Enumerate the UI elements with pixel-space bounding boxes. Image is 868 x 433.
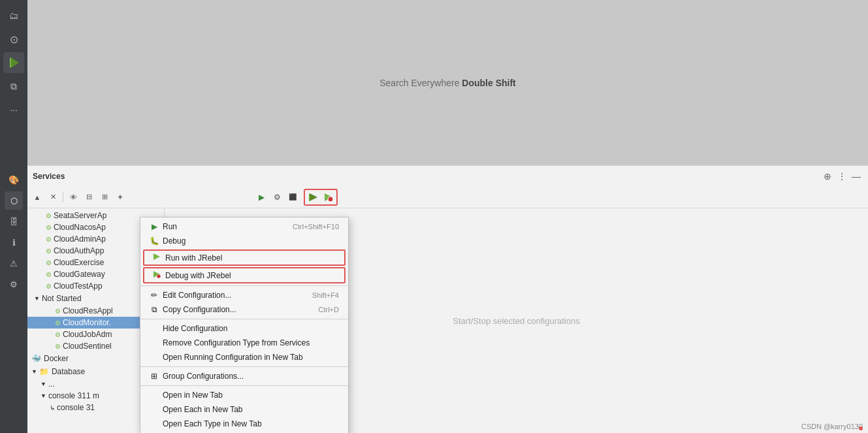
jrebel-buttons-group	[304, 189, 338, 206]
remove-config-type-cm-label: Remove Configuration Type from Services	[163, 338, 310, 347]
paint-icon[interactable]: 🎨	[5, 170, 23, 189]
bottom-bar: CSDN @karry0130	[737, 420, 868, 433]
copy-config-cm-icon: ⧉	[150, 305, 159, 314]
not-started-label: Not Started	[42, 294, 82, 303]
database-label: Database	[52, 367, 85, 376]
warning-indicator	[859, 426, 863, 430]
copy-config-cm-label: Copy Configuration...	[163, 305, 236, 314]
cm-copy-config[interactable]: ⧉ Copy Configuration... Ctrl+D	[140, 302, 348, 317]
main-editor-area: Search Everywhere Double Shift	[27, 0, 868, 165]
edit-config-cm-icon: ✏	[150, 291, 159, 300]
debug-cm-label: Debug	[163, 236, 185, 246]
run-cm-icon: ▶	[150, 222, 159, 231]
open-new-tab-cm-label: Open in New Tab	[163, 391, 223, 400]
structure-icon[interactable]: ⧉	[3, 76, 24, 97]
run-jrebel-cm-icon	[152, 253, 161, 263]
group-configs-cm-label: Group Configurations...	[163, 372, 244, 381]
cm-run-jrebel[interactable]: Run with JRebel	[143, 249, 346, 266]
cm-open-new-tab[interactable]: Open in New Tab	[140, 388, 348, 402]
search-shortcut: Double Shift	[462, 78, 515, 88]
alert-side-icon[interactable]: ⚠	[5, 254, 23, 272]
open-each-new-tab-cm-label: Open Each in New Tab	[163, 405, 243, 414]
folder-icon[interactable]: 🗂	[3, 5, 24, 26]
filter-btn[interactable]: ⊟	[82, 190, 96, 204]
run-cm-label: Run	[163, 222, 177, 231]
cm-debug-jrebel[interactable]: Debug with JRebel	[143, 267, 346, 283]
debug-cm-icon: 🐛	[150, 236, 159, 246]
edit-config-cm-label: Edit Configuration...	[163, 291, 231, 300]
cm-run[interactable]: ▶ Run Ctrl+Shift+F10	[140, 219, 348, 234]
hide-config-cm-label: Hide Configuration	[163, 324, 227, 333]
settings-btn[interactable]: ⚙	[270, 190, 284, 204]
cm-edit-config[interactable]: ✏ Edit Configuration... Shift+F4	[140, 288, 348, 302]
run-jrebel-cm-label: Run with JRebel	[165, 253, 222, 263]
open-running-cm-label: Open Running Configuration in New Tab	[163, 353, 303, 362]
cm-open-each-type-new-tab[interactable]: Open Each Type in New Tab	[140, 417, 348, 431]
svg-marker-3	[310, 193, 317, 201]
cm-open-each-new-tab[interactable]: Open Each in New Tab	[140, 402, 348, 417]
services-title: Services	[33, 172, 65, 181]
svg-point-5	[328, 197, 333, 202]
add-services-icon[interactable]: ⊕	[821, 170, 834, 183]
database-side-icon[interactable]: 🗄	[5, 212, 23, 231]
collapse-all-btn[interactable]: ▲	[30, 190, 44, 204]
svg-marker-1	[11, 57, 19, 68]
debug-jrebel-cm-label: Debug with JRebel	[165, 271, 231, 280]
info-side-icon[interactable]: ℹ	[5, 233, 23, 251]
cm-remove-config-type[interactable]: Remove Configuration Type from Services	[140, 336, 348, 350]
search-hint-text: Search Everywhere Double Shift	[379, 78, 516, 88]
run-cm-shortcut: Ctrl+Shift+F10	[293, 223, 339, 231]
edit-config-shortcut: Shift+F4	[312, 291, 339, 299]
jrebel-debug-btn[interactable]	[321, 190, 336, 204]
open-each-type-new-tab-cm-label: Open Each Type in New Tab	[163, 419, 262, 428]
commit-icon[interactable]: ⊙	[3, 29, 24, 50]
svg-marker-6	[153, 253, 160, 260]
settings3-side-icon[interactable]: ⚙	[5, 275, 23, 293]
more-icon[interactable]: ···	[3, 99, 24, 120]
add-btn[interactable]: +	[113, 190, 127, 204]
jrebel-run-btn[interactable]	[305, 190, 321, 204]
svg-point-8	[157, 274, 161, 278]
close-btn[interactable]: ✕	[46, 190, 60, 204]
services-header: Services ⊕ ⋮ —	[27, 165, 868, 186]
copy-config-shortcut: Ctrl+D	[319, 306, 339, 313]
left-toolbar-top: 🗂 ⊙ ⧉ ···	[0, 0, 27, 165]
cm-debug[interactable]: 🐛 Debug	[140, 234, 348, 248]
more-services-icon[interactable]: ⋮	[835, 170, 848, 183]
cm-hide-config[interactable]: Hide Configuration	[140, 321, 348, 336]
run-btn[interactable]: ▶	[254, 190, 268, 204]
left-side-icons: 🎨 ⬡ 🗄 ℹ ⚠ ⚙	[0, 165, 27, 433]
cm-group-configs[interactable]: ⊞ Group Configurations...	[140, 369, 348, 383]
jrebel-icon[interactable]	[3, 52, 24, 73]
services-main-label: Start/Stop selected configurations	[453, 316, 579, 326]
services-header-controls: ⊕ ⋮ —	[821, 170, 863, 183]
add-config-btn[interactable]: ⊞	[97, 190, 112, 204]
debug-jrebel-cm-icon	[152, 270, 161, 280]
cm-open-running[interactable]: Open Running Configuration in New Tab	[140, 350, 348, 364]
services-toolbar: ▲ ✕ 👁 ⊟ ⊞ + ▶ ⚙ ⬛	[27, 186, 868, 208]
group-configs-cm-icon: ⊞	[150, 372, 159, 381]
services-side-icon[interactable]: ⬡	[5, 191, 23, 210]
eye-btn[interactable]: 👁	[66, 190, 80, 204]
stop-btn[interactable]: ⬛	[285, 190, 300, 204]
watermark: CSDN @karry0130	[801, 423, 863, 430]
context-menu: ▶ Run Ctrl+Shift+F10 🐛 Debug Run with JR…	[140, 217, 349, 433]
minimize-services-icon[interactable]: —	[850, 170, 863, 183]
